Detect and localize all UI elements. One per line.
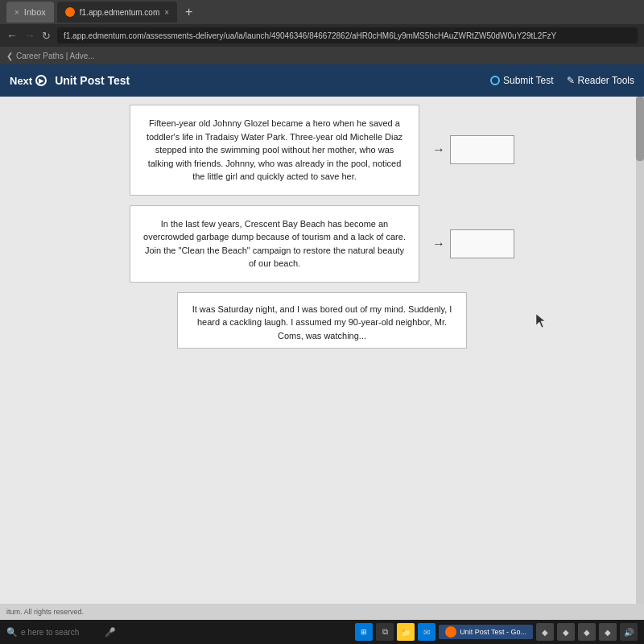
header-left: Next ▶ Unit Post Test <box>10 74 130 87</box>
passage-text-2: In the last few years, Crescent Bay Beac… <box>143 217 406 270</box>
scrollbar-thumb[interactable] <box>636 97 644 161</box>
next-button[interactable]: Next ▶ <box>10 75 47 87</box>
mic-icon: 🎤 <box>105 627 116 638</box>
breadcrumb-icon: ❮ <box>6 52 13 60</box>
next-icon: ▶ <box>35 75 47 86</box>
tab-bar: × Inbox f1.app.edmentum.com × + <box>0 0 644 24</box>
taskbar-explorer-icon[interactable]: 📁 <box>397 623 415 641</box>
tab-inbox[interactable]: × Inbox <box>6 2 54 23</box>
footer-bar: itum. All rights reserved. <box>0 604 644 620</box>
refresh-icon[interactable]: ↻ <box>42 30 51 42</box>
submit-label: Submit Test <box>503 75 553 86</box>
taskbar-mail-icon[interactable]: ✉ <box>418 623 436 641</box>
tab-close-inbox[interactable]: × <box>14 8 19 17</box>
passage-card-1: Fifteen-year old Johnny Glozel became a … <box>130 105 419 196</box>
tab-title-edmentum: f1.app.edmentum.com <box>80 8 160 17</box>
taskbar-system-icons: ⊞ ⧉ 📁 ✉ Unit Post Test - Go... ◆ ◆ ◆ ◆ 🔊 <box>355 623 638 641</box>
tab-favicon <box>65 7 75 17</box>
page-title: Unit Post Test <box>55 74 130 87</box>
browser-chrome: × Inbox f1.app.edmentum.com × + ← → ↻ ❮ … <box>0 0 644 64</box>
passage-text-1: Fifteen-year old Johnny Glozel became a … <box>143 117 406 184</box>
passage-card-3: It was Saturday night, and I was bored o… <box>177 292 467 349</box>
taskbar-extra-4[interactable]: ◆ <box>599 623 617 641</box>
arrow-box-1: → <box>432 135 514 164</box>
breadcrumb-text: Career Paths | Adve... <box>16 52 95 60</box>
taskbar-search: 🔍 🎤 <box>6 627 350 638</box>
reader-tools-icon: ✎ <box>567 75 575 86</box>
tab-close-edmentum[interactable]: × <box>164 8 169 17</box>
passage-row-3: It was Saturday night, and I was bored o… <box>72 292 572 349</box>
passage-text-3: It was Saturday night, and I was bored o… <box>191 303 453 343</box>
copyright-text: itum. All rights reserved. <box>6 608 84 616</box>
taskbar-extra-3[interactable]: ◆ <box>578 623 596 641</box>
next-label: Next <box>10 75 32 87</box>
taskbar-extra-2[interactable]: ◆ <box>557 623 575 641</box>
taskbar-volume-icon[interactable]: 🔊 <box>620 623 638 641</box>
back-icon[interactable]: ← <box>6 29 18 42</box>
tab-title-inbox: Inbox <box>24 7 46 17</box>
passage-row-2: In the last few years, Crescent Bay Beac… <box>72 205 572 283</box>
answer-box-2[interactable] <box>450 229 514 258</box>
taskbar-extra-1[interactable]: ◆ <box>536 623 554 641</box>
address-bar: ← → ↻ <box>0 24 644 47</box>
breadcrumb-bar: ❮ Career Paths | Adve... <box>0 47 644 64</box>
arrow-box-2: → <box>432 229 514 258</box>
taskbar-view-icon[interactable]: ⧉ <box>376 623 394 641</box>
answer-box-1[interactable] <box>450 135 514 164</box>
tab-edmentum[interactable]: f1.app.edmentum.com × <box>57 2 177 23</box>
app-header: Next ▶ Unit Post Test Submit Test ✎ Read… <box>0 64 644 97</box>
passage-card-2: In the last few years, Crescent Bay Beac… <box>130 205 419 283</box>
address-input[interactable] <box>57 27 638 43</box>
reader-tools-button[interactable]: ✎ Reader Tools <box>567 75 635 86</box>
taskbar-app-edmentum[interactable]: Unit Post Test - Go... <box>439 625 533 639</box>
main-content: Fifteen-year old Johnny Glozel became a … <box>0 97 644 604</box>
submit-icon <box>490 76 500 85</box>
arrow-icon-1: → <box>432 142 445 157</box>
taskbar-app-label: Unit Post Test - Go... <box>460 628 526 636</box>
submit-test-button[interactable]: Submit Test <box>490 75 553 86</box>
passage-row-1: Fifteen-year old Johnny Glozel became a … <box>72 105 572 196</box>
taskbar-app-icon <box>445 626 456 638</box>
header-right: Submit Test ✎ Reader Tools <box>490 75 634 86</box>
reader-tools-label: Reader Tools <box>578 75 635 86</box>
scrollbar-track[interactable] <box>636 97 644 604</box>
taskbar-windows-icon[interactable]: ⊞ <box>355 623 373 641</box>
taskbar-search-input[interactable] <box>21 628 101 637</box>
new-tab-button[interactable]: + <box>180 5 197 19</box>
search-icon: 🔍 <box>6 627 18 638</box>
forward-icon[interactable]: → <box>24 29 35 42</box>
arrow-icon-2: → <box>432 237 445 251</box>
taskbar: 🔍 🎤 ⊞ ⧉ 📁 ✉ Unit Post Test - Go... ◆ ◆ ◆… <box>0 620 644 644</box>
